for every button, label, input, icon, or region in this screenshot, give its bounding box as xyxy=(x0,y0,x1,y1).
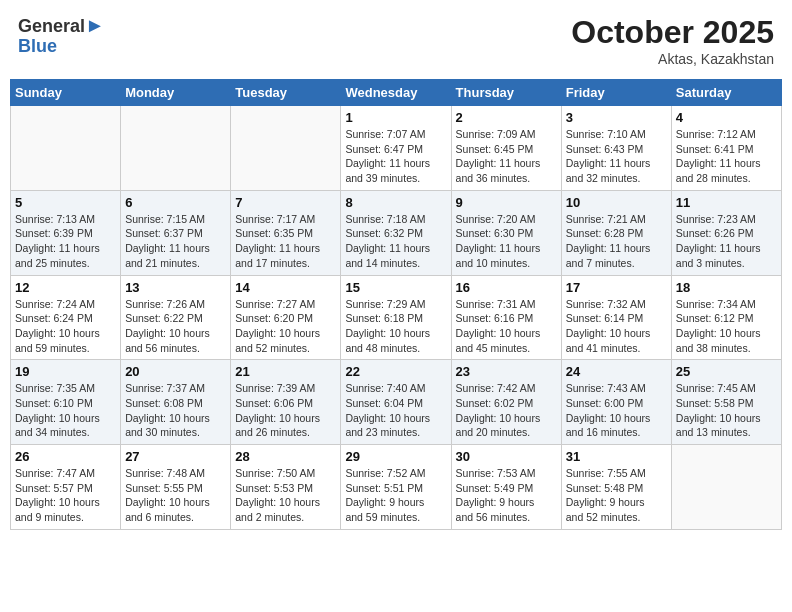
day-info: Sunrise: 7:07 AM Sunset: 6:47 PM Dayligh… xyxy=(345,127,446,186)
day-info: Sunrise: 7:27 AM Sunset: 6:20 PM Dayligh… xyxy=(235,297,336,356)
calendar-cell: 3Sunrise: 7:10 AM Sunset: 6:43 PM Daylig… xyxy=(561,106,671,191)
day-number: 19 xyxy=(15,364,116,379)
day-number: 27 xyxy=(125,449,226,464)
calendar-cell: 9Sunrise: 7:20 AM Sunset: 6:30 PM Daylig… xyxy=(451,190,561,275)
calendar-cell: 11Sunrise: 7:23 AM Sunset: 6:26 PM Dayli… xyxy=(671,190,781,275)
day-info: Sunrise: 7:31 AM Sunset: 6:16 PM Dayligh… xyxy=(456,297,557,356)
day-info: Sunrise: 7:20 AM Sunset: 6:30 PM Dayligh… xyxy=(456,212,557,271)
calendar-cell: 24Sunrise: 7:43 AM Sunset: 6:00 PM Dayli… xyxy=(561,360,671,445)
day-number: 7 xyxy=(235,195,336,210)
calendar-cell: 8Sunrise: 7:18 AM Sunset: 6:32 PM Daylig… xyxy=(341,190,451,275)
day-info: Sunrise: 7:37 AM Sunset: 6:08 PM Dayligh… xyxy=(125,381,226,440)
calendar-cell: 25Sunrise: 7:45 AM Sunset: 5:58 PM Dayli… xyxy=(671,360,781,445)
day-number: 11 xyxy=(676,195,777,210)
day-number: 15 xyxy=(345,280,446,295)
day-info: Sunrise: 7:39 AM Sunset: 6:06 PM Dayligh… xyxy=(235,381,336,440)
day-number: 28 xyxy=(235,449,336,464)
calendar-week-row: 1Sunrise: 7:07 AM Sunset: 6:47 PM Daylig… xyxy=(11,106,782,191)
day-number: 1 xyxy=(345,110,446,125)
title-block: October 2025 Aktas, Kazakhstan xyxy=(571,14,774,67)
calendar-table: SundayMondayTuesdayWednesdayThursdayFrid… xyxy=(10,79,782,530)
calendar-cell: 18Sunrise: 7:34 AM Sunset: 6:12 PM Dayli… xyxy=(671,275,781,360)
weekday-header-wednesday: Wednesday xyxy=(341,80,451,106)
day-info: Sunrise: 7:45 AM Sunset: 5:58 PM Dayligh… xyxy=(676,381,777,440)
calendar-cell: 10Sunrise: 7:21 AM Sunset: 6:28 PM Dayli… xyxy=(561,190,671,275)
day-info: Sunrise: 7:50 AM Sunset: 5:53 PM Dayligh… xyxy=(235,466,336,525)
weekday-header-sunday: Sunday xyxy=(11,80,121,106)
day-info: Sunrise: 7:32 AM Sunset: 6:14 PM Dayligh… xyxy=(566,297,667,356)
logo-arrow-icon: ► xyxy=(85,14,105,36)
day-number: 8 xyxy=(345,195,446,210)
calendar-cell: 16Sunrise: 7:31 AM Sunset: 6:16 PM Dayli… xyxy=(451,275,561,360)
calendar-cell: 15Sunrise: 7:29 AM Sunset: 6:18 PM Dayli… xyxy=(341,275,451,360)
calendar-cell: 22Sunrise: 7:40 AM Sunset: 6:04 PM Dayli… xyxy=(341,360,451,445)
calendar-cell: 27Sunrise: 7:48 AM Sunset: 5:55 PM Dayli… xyxy=(121,445,231,530)
day-info: Sunrise: 7:12 AM Sunset: 6:41 PM Dayligh… xyxy=(676,127,777,186)
day-number: 4 xyxy=(676,110,777,125)
calendar-cell: 13Sunrise: 7:26 AM Sunset: 6:22 PM Dayli… xyxy=(121,275,231,360)
calendar-cell xyxy=(231,106,341,191)
calendar-week-row: 12Sunrise: 7:24 AM Sunset: 6:24 PM Dayli… xyxy=(11,275,782,360)
day-number: 14 xyxy=(235,280,336,295)
day-info: Sunrise: 7:42 AM Sunset: 6:02 PM Dayligh… xyxy=(456,381,557,440)
calendar-cell: 7Sunrise: 7:17 AM Sunset: 6:35 PM Daylig… xyxy=(231,190,341,275)
day-info: Sunrise: 7:10 AM Sunset: 6:43 PM Dayligh… xyxy=(566,127,667,186)
calendar-cell: 21Sunrise: 7:39 AM Sunset: 6:06 PM Dayli… xyxy=(231,360,341,445)
day-number: 30 xyxy=(456,449,557,464)
calendar-cell: 30Sunrise: 7:53 AM Sunset: 5:49 PM Dayli… xyxy=(451,445,561,530)
day-number: 20 xyxy=(125,364,226,379)
day-number: 9 xyxy=(456,195,557,210)
day-number: 29 xyxy=(345,449,446,464)
calendar-cell: 1Sunrise: 7:07 AM Sunset: 6:47 PM Daylig… xyxy=(341,106,451,191)
day-number: 17 xyxy=(566,280,667,295)
day-info: Sunrise: 7:23 AM Sunset: 6:26 PM Dayligh… xyxy=(676,212,777,271)
day-number: 16 xyxy=(456,280,557,295)
weekday-header-thursday: Thursday xyxy=(451,80,561,106)
calendar-cell: 2Sunrise: 7:09 AM Sunset: 6:45 PM Daylig… xyxy=(451,106,561,191)
calendar-cell xyxy=(11,106,121,191)
calendar-cell: 12Sunrise: 7:24 AM Sunset: 6:24 PM Dayli… xyxy=(11,275,121,360)
page-header: General► Blue October 2025 Aktas, Kazakh… xyxy=(10,10,782,71)
day-info: Sunrise: 7:48 AM Sunset: 5:55 PM Dayligh… xyxy=(125,466,226,525)
calendar-cell: 4Sunrise: 7:12 AM Sunset: 6:41 PM Daylig… xyxy=(671,106,781,191)
logo: General► Blue xyxy=(18,14,105,57)
calendar-cell: 5Sunrise: 7:13 AM Sunset: 6:39 PM Daylig… xyxy=(11,190,121,275)
day-number: 26 xyxy=(15,449,116,464)
weekday-header-friday: Friday xyxy=(561,80,671,106)
calendar-cell: 14Sunrise: 7:27 AM Sunset: 6:20 PM Dayli… xyxy=(231,275,341,360)
day-info: Sunrise: 7:21 AM Sunset: 6:28 PM Dayligh… xyxy=(566,212,667,271)
day-info: Sunrise: 7:15 AM Sunset: 6:37 PM Dayligh… xyxy=(125,212,226,271)
day-info: Sunrise: 7:29 AM Sunset: 6:18 PM Dayligh… xyxy=(345,297,446,356)
day-info: Sunrise: 7:17 AM Sunset: 6:35 PM Dayligh… xyxy=(235,212,336,271)
weekday-header-tuesday: Tuesday xyxy=(231,80,341,106)
logo-blue: Blue xyxy=(18,36,57,56)
calendar-cell: 31Sunrise: 7:55 AM Sunset: 5:48 PM Dayli… xyxy=(561,445,671,530)
day-number: 23 xyxy=(456,364,557,379)
day-number: 31 xyxy=(566,449,667,464)
day-number: 13 xyxy=(125,280,226,295)
day-info: Sunrise: 7:47 AM Sunset: 5:57 PM Dayligh… xyxy=(15,466,116,525)
day-number: 22 xyxy=(345,364,446,379)
logo-general: General xyxy=(18,16,85,36)
day-number: 18 xyxy=(676,280,777,295)
calendar-week-row: 19Sunrise: 7:35 AM Sunset: 6:10 PM Dayli… xyxy=(11,360,782,445)
location: Aktas, Kazakhstan xyxy=(571,51,774,67)
calendar-cell: 28Sunrise: 7:50 AM Sunset: 5:53 PM Dayli… xyxy=(231,445,341,530)
day-info: Sunrise: 7:53 AM Sunset: 5:49 PM Dayligh… xyxy=(456,466,557,525)
weekday-header-saturday: Saturday xyxy=(671,80,781,106)
day-info: Sunrise: 7:26 AM Sunset: 6:22 PM Dayligh… xyxy=(125,297,226,356)
calendar-cell: 19Sunrise: 7:35 AM Sunset: 6:10 PM Dayli… xyxy=(11,360,121,445)
day-number: 25 xyxy=(676,364,777,379)
day-info: Sunrise: 7:18 AM Sunset: 6:32 PM Dayligh… xyxy=(345,212,446,271)
weekday-header-monday: Monday xyxy=(121,80,231,106)
day-number: 6 xyxy=(125,195,226,210)
day-number: 2 xyxy=(456,110,557,125)
day-info: Sunrise: 7:52 AM Sunset: 5:51 PM Dayligh… xyxy=(345,466,446,525)
calendar-cell: 17Sunrise: 7:32 AM Sunset: 6:14 PM Dayli… xyxy=(561,275,671,360)
day-info: Sunrise: 7:34 AM Sunset: 6:12 PM Dayligh… xyxy=(676,297,777,356)
day-number: 3 xyxy=(566,110,667,125)
day-number: 12 xyxy=(15,280,116,295)
calendar-week-row: 26Sunrise: 7:47 AM Sunset: 5:57 PM Dayli… xyxy=(11,445,782,530)
calendar-cell xyxy=(121,106,231,191)
calendar-cell: 26Sunrise: 7:47 AM Sunset: 5:57 PM Dayli… xyxy=(11,445,121,530)
